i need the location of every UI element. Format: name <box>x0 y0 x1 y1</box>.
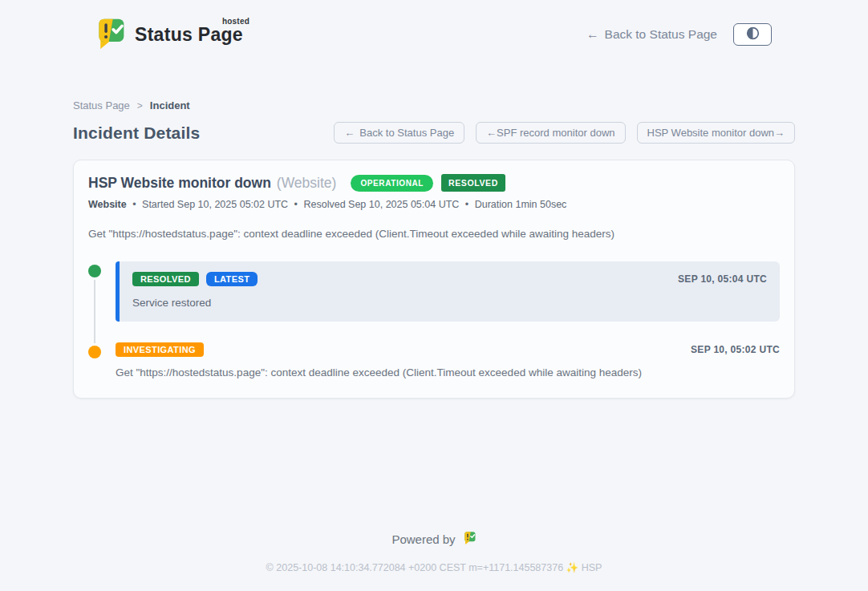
resolved-badge: RESOLVED <box>132 272 199 286</box>
next-incident-button[interactable]: HSP Website monitor down → <box>637 122 795 144</box>
title-row: Incident Details ← Back to Status Page ←… <box>73 122 795 144</box>
timeline-update-message: Get "https://hostedstatus.page": context… <box>116 366 780 378</box>
arrow-left-icon: ← <box>344 127 355 139</box>
incident-timeline: RESOLVED LATEST SEP 10, 05:04 UTC Servic… <box>88 261 780 378</box>
arrow-left-icon: ← <box>586 27 599 42</box>
previous-incident-button[interactable]: ← SPF record monitor down <box>476 122 625 144</box>
brand-name: Status Pagehosted <box>135 24 246 46</box>
page-title: Incident Details <box>73 123 200 143</box>
arrow-left-icon: ← <box>486 127 497 139</box>
brand-logo[interactable]: Status Pagehosted <box>95 15 246 54</box>
header: Status Pagehosted ← Back to Status Page <box>0 0 868 58</box>
incident-title: HSP Website monitor down <box>88 175 271 192</box>
brand-superscript: hosted <box>222 17 249 26</box>
breadcrumb: Status Page > Incident <box>73 99 795 111</box>
meta-resolved: Resolved Sep 10, 2025 05:04 UTC <box>303 199 459 210</box>
timeline-update-badges: INVESTIGATING <box>116 342 204 357</box>
timeline-update-badges: RESOLVED LATEST <box>132 272 258 286</box>
incident-nav-buttons: ← Back to Status Page ← SPF record monit… <box>334 122 795 144</box>
status-dot-investigating-icon <box>88 346 101 358</box>
timeline-update-header: RESOLVED LATEST SEP 10, 05:04 UTC <box>132 272 767 286</box>
timeline-connector-line <box>94 276 95 346</box>
timeline-update-header: INVESTIGATING SEP 10, 05:02 UTC <box>116 342 780 357</box>
investigating-badge: INVESTIGATING <box>116 342 204 357</box>
incident-meta: Website • Started Sep 10, 2025 05:02 UTC… <box>88 199 780 210</box>
timeline-update-card: RESOLVED LATEST SEP 10, 05:04 UTC Servic… <box>116 261 780 322</box>
operational-badge: OPERATIONAL <box>351 175 433 192</box>
meta-duration: Duration 1min 50sec <box>475 199 567 210</box>
breadcrumb-status-page[interactable]: Status Page <box>73 99 130 111</box>
latest-badge: LATEST <box>206 272 258 286</box>
status-page-logo-icon <box>463 530 477 548</box>
meta-component: Website <box>88 199 127 210</box>
footer: Powered by © 2025-10-08 14:10:34.772084 … <box>0 530 868 591</box>
back-to-status-page-button[interactable]: ← Back to Status Page <box>334 122 464 144</box>
timeline-update-timestamp: SEP 10, 05:04 UTC <box>678 273 767 285</box>
powered-by-label: Powered by <box>391 532 455 546</box>
timeline-update-investigating: INVESTIGATING SEP 10, 05:02 UTC Get "htt… <box>88 342 780 378</box>
incident-scope: (Website) <box>277 175 337 192</box>
status-page-logo-icon <box>95 15 127 54</box>
main-content: Status Page > Incident Incident Details … <box>73 58 795 399</box>
breadcrumb-separator: > <box>137 100 143 111</box>
timeline-update-message: Service restored <box>132 297 767 309</box>
arrow-right-icon: → <box>774 127 785 139</box>
header-actions: ← Back to Status Page <box>586 23 772 46</box>
breadcrumb-incident: Incident <box>150 99 190 111</box>
incident-card: HSP Website monitor down (Website) OPERA… <box>73 160 795 399</box>
timeline-update-timestamp: SEP 10, 05:02 UTC <box>691 344 780 355</box>
header-back-link[interactable]: ← Back to Status Page <box>586 27 717 42</box>
incident-status-badges: OPERATIONAL RESOLVED <box>351 174 505 192</box>
status-dot-resolved-icon <box>88 265 101 277</box>
meta-started: Started Sep 10, 2025 05:02 UTC <box>142 199 288 210</box>
timeline-update-resolved: RESOLVED LATEST SEP 10, 05:04 UTC Servic… <box>88 261 780 322</box>
incident-title-row: HSP Website monitor down (Website) OPERA… <box>88 174 780 192</box>
theme-toggle-button[interactable] <box>733 23 772 46</box>
timeline-update-card: INVESTIGATING SEP 10, 05:02 UTC Get "htt… <box>116 342 780 378</box>
incident-description: Get "https://hostedstatus.page": context… <box>88 228 780 240</box>
half-circle-theme-icon <box>746 26 760 43</box>
resolved-badge: RESOLVED <box>441 174 505 192</box>
powered-by: Powered by <box>391 530 476 548</box>
copyright-text: © 2025-10-08 14:10:34.772084 +0200 CEST … <box>0 561 868 573</box>
